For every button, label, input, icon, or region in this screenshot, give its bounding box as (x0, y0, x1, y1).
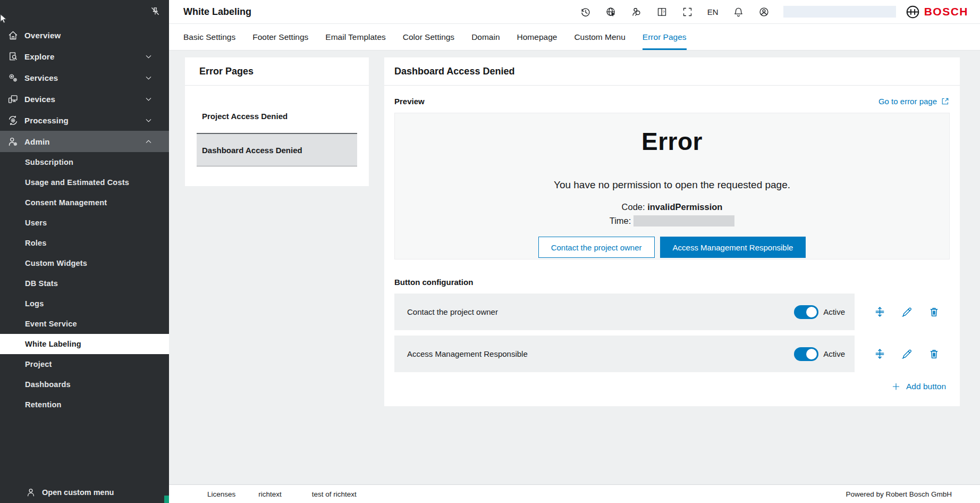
bosch-logo: BOSCH (906, 5, 968, 19)
tab-homepage[interactable]: Homepage (517, 24, 557, 50)
add-button[interactable]: Add button (891, 382, 946, 391)
detail-panel: Dashboard Access Denied Preview Go to er… (384, 57, 960, 406)
page-title: White Labeling (183, 6, 251, 18)
language-selector[interactable]: EN (707, 7, 719, 16)
reorder-icon[interactable] (874, 348, 886, 360)
sub-item-label: Users (25, 219, 47, 227)
sub-item-label: Dashboards (25, 380, 71, 389)
add-button-row: Add button (384, 382, 946, 391)
account-icon[interactable] (758, 6, 770, 18)
delete-icon[interactable] (928, 348, 940, 360)
sidebar-subitem-retention[interactable]: Retention (0, 395, 169, 415)
tab-error-pages[interactable]: Error Pages (643, 24, 687, 50)
sidebar-subitem-logs[interactable]: Logs (0, 294, 169, 314)
list-item-project-access-denied[interactable]: Project Access Denied (197, 99, 357, 133)
sidebar-item-overview[interactable]: Overview (0, 24, 169, 46)
preview-error-code: Code: invalidPermission (395, 202, 949, 212)
preview-label: Preview (394, 97, 425, 106)
history-icon[interactable] (580, 6, 591, 18)
sidebar-item-explore[interactable]: Explore (0, 46, 169, 67)
row-actions (874, 306, 940, 318)
footer-link-test-of-richtext[interactable]: test of richtext (312, 490, 357, 498)
tab-email-templates[interactable]: Email Templates (325, 24, 385, 50)
preview-buttons: Contact the project owner Access Managem… (395, 237, 949, 258)
tab-color-settings[interactable]: Color Settings (403, 24, 454, 50)
services-icon (7, 72, 19, 83)
tab-custom-menu[interactable]: Custom Menu (574, 24, 625, 50)
chevron-down-icon (144, 73, 153, 82)
app-footer: Licenses richtext test of richtext Power… (169, 484, 980, 503)
edit-icon[interactable] (901, 348, 913, 360)
time-label: Time: (610, 216, 631, 226)
time-value-redacted (633, 215, 734, 227)
notifications-icon[interactable] (733, 6, 744, 18)
explore-icon (7, 51, 19, 62)
reorder-icon[interactable] (874, 306, 886, 318)
preview-button-contact-project-owner[interactable]: Contact the project owner (538, 237, 655, 258)
preview-button-access-management-responsible[interactable]: Access Management Responsible (660, 237, 806, 258)
powered-by-text: Powered by Robert Bosch GmbH (846, 490, 952, 498)
tab-domain[interactable]: Domain (471, 24, 500, 50)
toggle-status-label: Active (823, 349, 845, 358)
footer-link-licenses[interactable]: Licenses (207, 490, 235, 498)
config-row-label: Contact the project owner (407, 307, 794, 316)
active-toggle[interactable] (794, 347, 818, 361)
sidebar-subitem-users[interactable]: Users (0, 213, 169, 233)
tenant-name-redacted (783, 6, 896, 18)
config-row-wrapper: Access Management Responsible Active (394, 336, 960, 372)
sidebar-item-services[interactable]: Services (0, 67, 169, 88)
preview-header: Preview Go to error page (394, 97, 950, 106)
svg-text:?: ? (663, 9, 665, 14)
sidebar-item-devices[interactable]: Devices (0, 88, 169, 110)
sub-item-label: Usage and Estimated Costs (25, 178, 129, 187)
sidebar-subitem-consent-management[interactable]: Consent Management (0, 192, 169, 213)
sidebar-subitem-subscription[interactable]: Subscription (0, 152, 169, 172)
topbar: White Labeling ? EN BOSCH (169, 0, 980, 24)
sidebar-subitem-usage-and-estimated-costs[interactable]: Usage and Estimated Costs (0, 172, 169, 192)
edit-icon[interactable] (901, 306, 913, 318)
tab-footer-settings[interactable]: Footer Settings (252, 24, 308, 50)
preview-error-time: Time: (395, 215, 949, 227)
open-custom-menu-button[interactable]: Open custom menu (0, 482, 169, 503)
delete-icon[interactable] (928, 306, 940, 318)
preview-error-message: You have no permission to open the reque… (395, 179, 949, 191)
sidebar-item-label: Processing (24, 116, 69, 125)
sidebar-item-label: Services (24, 73, 58, 82)
sidebar-subitem-project[interactable]: Project (0, 354, 169, 374)
sidebar-subitem-custom-widgets[interactable]: Custom Widgets (0, 253, 169, 273)
sidebar-subitem-dashboards[interactable]: Dashboards (0, 374, 169, 395)
help-book-icon[interactable]: ? (656, 6, 668, 18)
sidebar-subitem-white-labeling[interactable]: White Labeling (0, 334, 169, 354)
user-search-icon[interactable] (631, 6, 642, 18)
chat-widget-sliver[interactable] (164, 496, 169, 503)
footer-link-richtext[interactable]: richtext (258, 490, 282, 498)
go-to-error-page-link[interactable]: Go to error page (878, 97, 950, 106)
admin-icon (7, 136, 19, 147)
config-row: Contact the project owner Active (394, 294, 855, 330)
sidebar-item-label: Admin (24, 137, 50, 146)
sidebar-item-label: Devices (24, 95, 55, 104)
app-root: Overview Explore Services (0, 0, 980, 503)
chevron-down-icon (144, 95, 153, 104)
sidebar-subitem-event-service[interactable]: Event Service (0, 314, 169, 334)
devices-icon (7, 94, 19, 105)
sidebar-item-processing[interactable]: Processing (0, 110, 169, 131)
active-toggle[interactable] (794, 305, 818, 319)
fullscreen-icon[interactable] (682, 6, 693, 18)
sidebar-item-admin[interactable]: Admin (0, 131, 169, 152)
unpin-sidebar-icon[interactable] (150, 6, 160, 16)
code-value: invalidPermission (647, 202, 722, 212)
sidebar-subitem-roles[interactable]: Roles (0, 233, 169, 253)
sub-item-label: Project (25, 360, 52, 368)
globe-icon[interactable] (605, 6, 616, 18)
sub-item-label: DB Stats (25, 279, 58, 288)
external-link-icon (941, 97, 950, 106)
detail-title: Dashboard Access Denied (384, 57, 960, 86)
chevron-up-icon (144, 137, 153, 146)
preview-error-title: Error (395, 127, 949, 156)
sidebar-subitem-db-stats[interactable]: DB Stats (0, 273, 169, 294)
list-item-dashboard-access-denied[interactable]: Dashboard Access Denied (197, 133, 357, 166)
row-actions (874, 348, 940, 360)
tab-basic-settings[interactable]: Basic Settings (183, 24, 235, 50)
bosch-wordmark: BOSCH (924, 5, 968, 18)
